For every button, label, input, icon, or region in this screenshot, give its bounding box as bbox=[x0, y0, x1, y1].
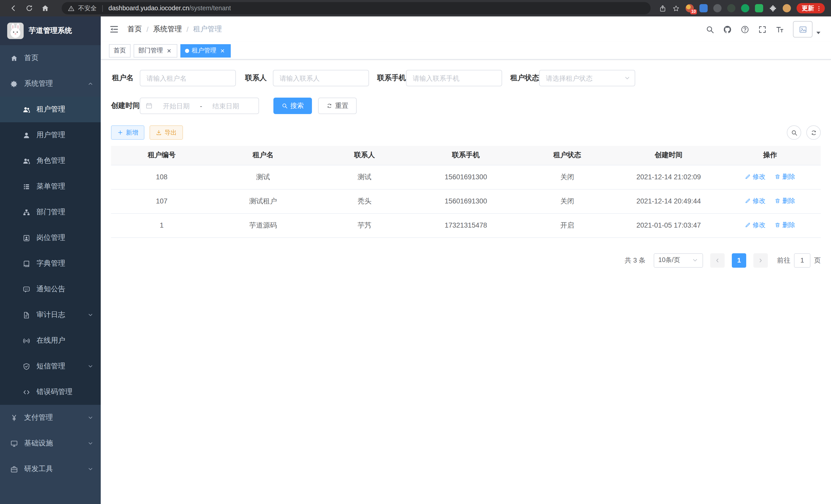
sidebar-item-online-users[interactable]: 在线用户 bbox=[0, 328, 101, 353]
extension-icon[interactable]: 10 bbox=[686, 4, 694, 12]
sidebar-item-error-code-mgmt[interactable]: 错误码管理 bbox=[0, 379, 101, 405]
sidebar-item-infrastructure[interactable]: 基础设施 bbox=[0, 431, 101, 456]
sidebar-item-dev-tools[interactable]: 研发工具 bbox=[0, 456, 101, 482]
goto-label: 前往 bbox=[777, 256, 791, 265]
next-page-button[interactable] bbox=[753, 253, 768, 267]
tab-tenant-mgmt[interactable]: 租户管理 bbox=[180, 44, 231, 57]
extension-icon[interactable] bbox=[713, 4, 721, 12]
breadcrumb-home[interactable]: 首页 bbox=[127, 25, 142, 34]
browser-menu-icon[interactable] bbox=[815, 5, 822, 11]
date-range-picker[interactable]: - bbox=[140, 98, 259, 114]
prev-page-button[interactable] bbox=[710, 253, 725, 267]
extension-icon[interactable] bbox=[755, 4, 763, 12]
cell-status: 开启 bbox=[516, 213, 618, 237]
extension-icon[interactable] bbox=[741, 4, 749, 12]
toggle-search-button[interactable] bbox=[787, 125, 801, 140]
cell-status: 关闭 bbox=[516, 189, 618, 213]
edit-link[interactable]: 修改 bbox=[745, 221, 766, 230]
not-secure-warning-icon[interactable] bbox=[68, 5, 75, 11]
sidebar-item-home[interactable]: 首页 bbox=[0, 45, 101, 71]
page-number-1[interactable]: 1 bbox=[732, 253, 746, 267]
reset-button[interactable]: 重置 bbox=[318, 98, 357, 114]
share-icon[interactable] bbox=[659, 4, 666, 12]
avatar[interactable] bbox=[793, 21, 812, 37]
update-label: 更新 bbox=[802, 4, 814, 12]
sidebar-item-user-mgmt[interactable]: 用户管理 bbox=[0, 122, 101, 148]
search-button-label: 搜索 bbox=[290, 101, 304, 111]
app-logo[interactable]: 芋道管理系统 bbox=[0, 17, 101, 45]
browser-address-bar[interactable]: 不安全 dashboard.yudao.iocoder.cn/system/te… bbox=[62, 2, 651, 14]
sidebar-item-role-mgmt[interactable]: 角色管理 bbox=[0, 148, 101, 174]
sidebar-item-label: 部门管理 bbox=[36, 208, 65, 217]
refresh-table-button[interactable] bbox=[806, 125, 821, 140]
tab-dept-mgmt[interactable]: 部门管理 bbox=[134, 44, 177, 57]
github-icon[interactable] bbox=[723, 25, 732, 34]
sidebar-item-system-mgmt[interactable]: 系统管理 bbox=[0, 71, 101, 97]
edit-link[interactable]: 修改 bbox=[745, 173, 766, 181]
page-unit-label: 页 bbox=[814, 256, 821, 265]
tab-home[interactable]: 首页 bbox=[109, 44, 131, 57]
sidebar-item-post-mgmt[interactable]: 岗位管理 bbox=[0, 225, 101, 251]
comment-icon bbox=[23, 286, 30, 293]
extension-icon[interactable] bbox=[727, 4, 736, 12]
sidebar-item-tenant-mgmt[interactable]: 租户管理 bbox=[0, 97, 101, 122]
delete-link[interactable]: 删除 bbox=[774, 173, 795, 181]
url-text: dashboard.yudao.iocoder.cn/system/tenant bbox=[109, 5, 231, 12]
sidebar-item-audit-log[interactable]: 审计日志 bbox=[0, 302, 101, 328]
search-button[interactable]: 搜索 bbox=[274, 98, 312, 114]
chevron-down-icon bbox=[87, 363, 93, 369]
create-time-label: 创建时间 bbox=[111, 101, 140, 111]
user-avatar-menu[interactable] bbox=[793, 21, 823, 37]
extensions-puzzle-icon[interactable] bbox=[769, 4, 777, 12]
filter-row-2: 创建时间 - 搜索 重置 bbox=[111, 98, 821, 114]
sidebar-item-label: 错误码管理 bbox=[36, 387, 73, 396]
browser-back-icon[interactable] bbox=[9, 4, 18, 12]
close-icon[interactable] bbox=[219, 47, 226, 54]
sidebar-item-payment-mgmt[interactable]: 支付管理 bbox=[0, 405, 101, 431]
delete-link[interactable]: 删除 bbox=[774, 197, 795, 206]
add-button[interactable]: 新增 bbox=[111, 125, 144, 140]
caret-down-icon bbox=[814, 28, 823, 37]
sidebar-item-dict-mgmt[interactable]: 字典管理 bbox=[0, 251, 101, 276]
tenant-name-input[interactable] bbox=[140, 70, 236, 86]
status-label: 租户状态 bbox=[510, 73, 539, 83]
page-size-select[interactable]: 10条/页 bbox=[654, 253, 703, 267]
goto-page-input[interactable] bbox=[794, 253, 810, 267]
app-title: 芋道管理系统 bbox=[29, 26, 72, 35]
end-date-input[interactable] bbox=[204, 102, 248, 110]
help-icon[interactable] bbox=[741, 25, 749, 34]
breadcrumb-system-mgmt[interactable]: 系统管理 bbox=[153, 25, 182, 34]
sidebar: 芋道管理系统 首页 系统管理 租户管理 bbox=[0, 17, 101, 504]
browser-profile-avatar[interactable] bbox=[783, 4, 791, 12]
contact-input[interactable] bbox=[273, 70, 369, 86]
hamburger-icon[interactable] bbox=[109, 24, 119, 34]
browser-home-icon[interactable] bbox=[41, 4, 49, 12]
breadcrumb-separator: / bbox=[146, 25, 148, 33]
search-icon bbox=[282, 103, 288, 109]
extension-icon[interactable] bbox=[699, 4, 708, 12]
close-icon[interactable] bbox=[166, 47, 173, 54]
delete-link[interactable]: 删除 bbox=[774, 221, 795, 230]
phone-input[interactable] bbox=[406, 70, 502, 86]
chevron-down-icon bbox=[87, 415, 93, 421]
browser-reload-icon[interactable] bbox=[25, 4, 33, 12]
cell-tenant-id: 107 bbox=[111, 189, 212, 213]
chevron-right-icon bbox=[757, 257, 764, 263]
edit-link[interactable]: 修改 bbox=[745, 197, 766, 206]
sidebar-item-dept-mgmt[interactable]: 部门管理 bbox=[0, 199, 101, 225]
trash-icon bbox=[774, 198, 781, 204]
sidebar-item-sms-mgmt[interactable]: 短信管理 bbox=[0, 353, 101, 379]
browser-update-button[interactable]: 更新 bbox=[797, 3, 825, 13]
bookmark-star-icon[interactable] bbox=[672, 4, 680, 12]
sidebar-item-menu-mgmt[interactable]: 菜单管理 bbox=[0, 174, 101, 199]
export-button[interactable]: 导出 bbox=[149, 125, 183, 140]
fullscreen-icon[interactable] bbox=[758, 25, 767, 34]
header-search-icon[interactable] bbox=[706, 25, 714, 34]
font-size-icon[interactable] bbox=[775, 25, 784, 34]
calendar-icon bbox=[145, 102, 153, 110]
status-select[interactable] bbox=[539, 70, 635, 86]
cell-created: 2021-12-14 20:49:44 bbox=[618, 189, 719, 213]
start-date-input[interactable] bbox=[155, 102, 198, 110]
sidebar-item-notice[interactable]: 通知公告 bbox=[0, 276, 101, 302]
cell-tenant-name: 测试 bbox=[212, 165, 314, 189]
